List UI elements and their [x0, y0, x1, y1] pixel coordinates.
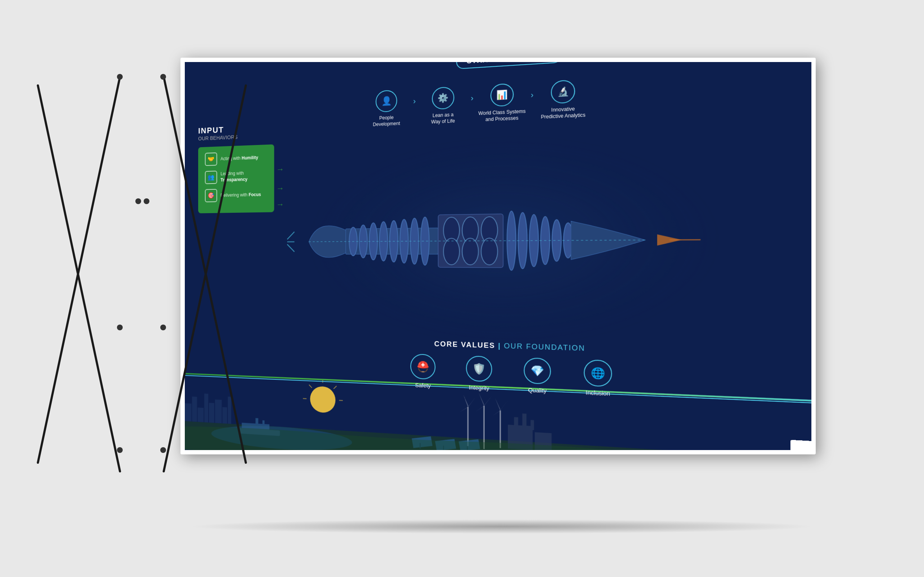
svg-rect-65 [522, 414, 526, 430]
focus-icon: 🎯 [205, 189, 217, 202]
arrow-icon: › [531, 82, 533, 100]
stand-connector [117, 447, 123, 453]
svg-rect-66 [531, 420, 534, 430]
people-icon: 👤 [376, 90, 397, 113]
svg-rect-30 [215, 400, 222, 423]
behavior-arrow-1: → [276, 164, 284, 174]
behaviors-box: 🤝 Acting with Humility 👥 Leading with Tr… [198, 144, 274, 213]
stand-line-3 [36, 84, 121, 472]
value-safety: ⛑️ Safety [403, 353, 443, 390]
core-values-label: CORE VALUES [434, 340, 495, 350]
inclusion-icon: 🌐 [584, 359, 612, 387]
behavior-focus-text: Delivering with Focus [221, 192, 261, 199]
svg-marker-50 [485, 395, 492, 406]
stand-connector [160, 74, 166, 80]
banner-inner: STRATEGY | OUR FUEL 👤 PeopleDevelopment … [185, 58, 816, 455]
arrow-icon: › [471, 85, 473, 103]
strategy-section: STRATEGY | OUR FUEL [456, 58, 561, 74]
behavior-focus: 🎯 Delivering with Focus [205, 187, 267, 202]
output-card-1: 💡 Empowering the people who power the wo… [814, 120, 816, 174]
pillar-label-systems: World Class Systemsand Processes [478, 108, 525, 123]
svg-marker-55 [492, 410, 501, 416]
behavior-transparency: 👥 Leading with Transparency [205, 169, 267, 184]
scene: STRATEGY | OUR FUEL 👤 PeopleDevelopment … [65, 36, 859, 541]
integrity-icon: 🛡️ [466, 356, 492, 382]
systems-icon: 📊 [490, 83, 513, 107]
behavior-arrow-2: → [276, 183, 284, 193]
svg-marker-45 [464, 395, 468, 407]
behavior-humility: 🤝 Acting with Humility [205, 150, 267, 166]
pillar-label-people: PeopleDevelopment [373, 114, 400, 128]
svg-rect-29 [209, 403, 215, 423]
stand [101, 65, 202, 498]
output-section: OUTPUT 💡 Empowering the people who power… [814, 102, 816, 240]
lean-icon: ⚙️ [432, 87, 454, 110]
svg-line-41 [339, 400, 343, 401]
core-values-separator: | [498, 342, 501, 350]
humility-icon: 🤝 [205, 153, 217, 166]
output-title: OUTPUT [814, 102, 816, 118]
transparency-icon: 👥 [205, 171, 217, 184]
svg-point-15 [462, 239, 478, 265]
pillar-lean: ⚙️ Lean as aWay of Life [417, 85, 469, 126]
svg-marker-51 [475, 405, 485, 413]
svg-marker-46 [468, 397, 475, 407]
board-shadow [188, 519, 816, 534]
svg-marker-49 [478, 392, 485, 406]
banner-board: STRATEGY | OUR FUEL 👤 PeopleDevelopment … [181, 58, 816, 455]
analytics-icon: 🔬 [551, 80, 575, 104]
svg-line-40 [333, 386, 336, 389]
svg-rect-31 [222, 407, 227, 424]
svg-rect-32 [228, 397, 231, 424]
pillar-label-lean: Lean as aWay of Life [431, 112, 455, 125]
svg-rect-52 [499, 410, 501, 448]
value-quality: 💎 Quality [516, 357, 559, 395]
svg-point-16 [481, 238, 498, 265]
quality-icon: 💎 [524, 357, 551, 384]
core-values-section: CORE VALUES | OUR FOUNDATION ⛑️ Safety 🛡… [403, 339, 620, 397]
pillar-analytics: 🔬 InnovativePredictive Analytics [535, 79, 591, 121]
pillar-systems: 📊 World Class Systemsand Processes [475, 82, 529, 123]
safety-icon: ⛑️ [410, 354, 436, 380]
stand-connector [117, 324, 123, 330]
stand-connector [144, 198, 149, 204]
stand-connector [135, 198, 141, 204]
svg-point-14 [444, 239, 459, 265]
svg-marker-54 [501, 400, 508, 411]
stand-connector [160, 324, 166, 330]
logo-fieldcore: FieldCore [802, 448, 816, 455]
value-integrity: 🛡️ Integrity [459, 355, 499, 392]
output-card-2: 🌍 World class execution from the custome… [814, 176, 816, 236]
strategy-subtitle: OUR FUEL [520, 58, 550, 61]
input-section: INPUT OUR BEHAVIORS 🤝 Acting with Humili… [198, 122, 274, 213]
pillar-people: 👤 PeopleDevelopment [362, 89, 412, 128]
behavior-humility-text: Acting with Humility [221, 154, 258, 162]
value-inclusion: 🌐 Inclusion [576, 359, 620, 397]
pillar-label-analytics: InnovativePredictive Analytics [541, 105, 586, 120]
svg-rect-44 [467, 407, 468, 446]
svg-marker-53 [495, 398, 501, 410]
svg-rect-28 [204, 393, 208, 422]
stand-connector [160, 447, 166, 453]
svg-marker-47 [459, 406, 468, 413]
svg-line-42 [309, 385, 312, 388]
arrow-icon: › [413, 89, 416, 106]
svg-rect-37 [262, 420, 265, 427]
strategy-box: STRATEGY | OUR FUEL [456, 58, 561, 69]
logo-area: FieldCore a GE company [790, 440, 816, 455]
strategy-title: STRATEGY [467, 58, 510, 65]
stand-connector [117, 74, 123, 80]
strategy-separator: | [514, 58, 516, 62]
behavior-arrow-3: → [276, 200, 284, 210]
svg-rect-36 [255, 418, 258, 425]
svg-rect-64 [514, 417, 518, 429]
svg-point-38 [310, 386, 335, 413]
